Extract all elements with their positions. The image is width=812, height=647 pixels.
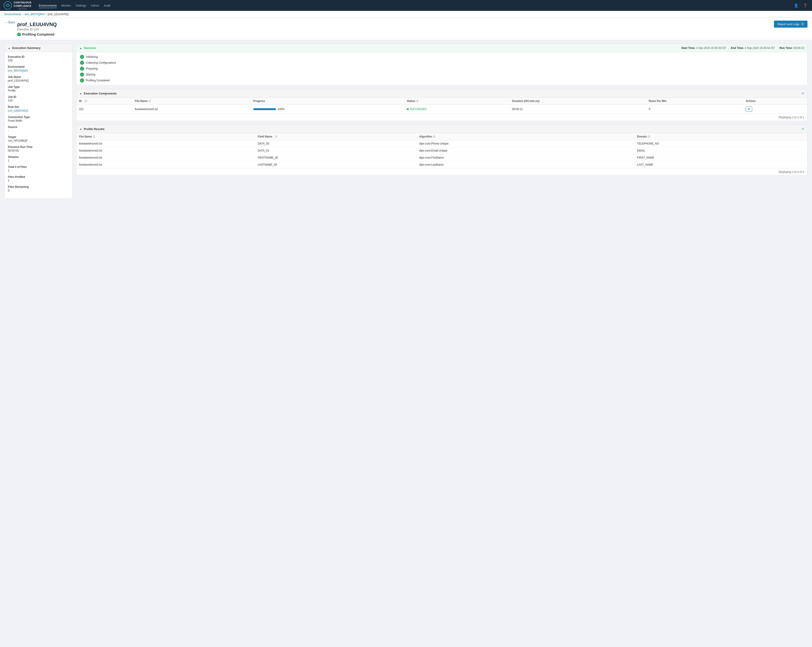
nav-admin[interactable]: Admin	[91, 3, 99, 8]
cell-domain: FIRST_NAME	[634, 154, 807, 161]
collapse-icon[interactable]: ▲	[8, 47, 11, 49]
execution-summary-title: Execution Summary	[12, 46, 41, 50]
cell-field-name: FIRSTNAME_00	[255, 154, 417, 161]
table-row: fixedwwehsme0.txt DATA_00 dlpx-core:Phon…	[76, 140, 807, 147]
time-info: Start Time: 4 Sep 2024 16:45:30 IST End …	[681, 46, 804, 50]
nav-audit[interactable]: Audit	[104, 3, 111, 8]
profile-results-footer: Displaying 1 to 4 of 4	[76, 168, 807, 175]
filter-icon[interactable]: ☰	[275, 135, 278, 138]
profile-results-title: Profile Results	[84, 127, 104, 131]
breadcrumb-current: prof_LEUU4VNQ	[48, 13, 69, 16]
field-total-files: Total # of Files 1	[8, 165, 69, 172]
logo-text-line1: CONTINUOUS	[14, 1, 32, 4]
expand-icon[interactable]: ↗	[801, 92, 804, 95]
rule-set-link[interactable]: con_AZ6NYM1S	[8, 109, 28, 112]
cell-field-name: LASTNAME_00	[255, 161, 417, 168]
top-navigation: CONTINUOUS COMPLIANCE 26.0.0.0 Environme…	[0, 0, 812, 11]
field-files-remaining: Files Remaining 0	[8, 185, 69, 192]
cell-algorithm: dlpx-core:FirstName	[417, 154, 634, 161]
field-job-name: Job Name prof_LEUU4VNQ	[8, 75, 69, 82]
execution-components-panel: ▲ Execution Components ↗ ID ↕ ☰	[76, 89, 807, 121]
execution-summary-panel: ▲ Execution Summary Execution ID 229 Env…	[5, 44, 72, 199]
col-field-name: Field Name ↑ ☰	[255, 133, 417, 140]
nav-monitor[interactable]: Monitor	[61, 3, 71, 8]
nav-links: Environments Monitor Settings Admin Audi…	[39, 3, 110, 8]
filter-icon[interactable]: ☰	[416, 100, 418, 102]
profile-results-panel: ▲ Profile Results ↗ File Name ☰	[76, 125, 807, 175]
filter-icon[interactable]: ☰	[648, 135, 650, 138]
step-collecting: ✓ Collecting Configurations	[80, 61, 804, 65]
progress-bar-fill	[253, 108, 276, 110]
cell-file-name: fixedwwehsme0.txt	[76, 161, 255, 168]
cell-file-name: fixedwwehsme0.txt	[76, 140, 255, 147]
field-target: Target con_HP128BQF	[8, 136, 69, 142]
profile-collapse-icon[interactable]: ▲	[79, 128, 82, 130]
page-title: prof_LEUU4VNQ	[17, 21, 57, 27]
app-version: 26.0.0.0	[14, 8, 32, 10]
success-title: Success	[84, 46, 96, 50]
col-file-name: File Name ☰	[76, 133, 255, 140]
status-dot	[407, 108, 409, 110]
breadcrumb-env[interactable]: env_I8N7HQW4	[24, 13, 44, 16]
table-row: 421 fixedwwehsme0.txt 100%	[76, 105, 807, 114]
execution-components-header: ▲ Execution Components ↗	[76, 89, 807, 98]
nav-right-icons: 👤 ❓	[793, 3, 808, 9]
svg-point-0	[4, 2, 12, 9]
cell-actions: 👁	[743, 105, 807, 114]
help-icon[interactable]: ❓	[802, 3, 808, 9]
status-icon: ✓	[17, 33, 21, 36]
execution-components-title: Execution Components	[84, 92, 117, 95]
filter-icon[interactable]: ☰	[93, 135, 95, 138]
step-check-icon: ✓	[80, 61, 84, 65]
profile-expand-icon[interactable]: ↗	[801, 127, 804, 131]
user-icon[interactable]: 👤	[793, 3, 799, 9]
success-collapse-icon[interactable]: ▲	[79, 47, 82, 49]
logo: CONTINUOUS COMPLIANCE 26.0.0.0	[4, 1, 32, 10]
cell-field-name: DATA_00	[255, 140, 417, 147]
report-logs-button[interactable]: Report and Logs ☰	[774, 21, 807, 27]
nav-settings[interactable]: Settings	[76, 3, 86, 8]
cell-file-name: fixedwwehsme0.txt	[76, 147, 255, 154]
field-job-id: Job ID 219	[8, 95, 69, 102]
col-duration: Duration (HH:mm:ss)	[509, 98, 646, 105]
step-initializing: ✓ Initializing	[80, 55, 804, 59]
profile-results-header: ▲ Profile Results ↗	[76, 125, 807, 133]
back-button[interactable]: ← Back	[5, 21, 15, 24]
col-rows-per-min: Rows Per Min	[646, 98, 743, 105]
logo-icon	[4, 2, 12, 9]
step-check-icon: ✓	[80, 72, 84, 76]
col-actions: Actions	[743, 98, 807, 105]
environment-link[interactable]: env_I8N7HQW4	[8, 69, 27, 72]
field-source: Source -	[8, 125, 69, 132]
field-execution-id: Execution ID 229	[8, 55, 69, 62]
step-profiling-completed: ✓ Profiling Completed	[80, 78, 804, 82]
cell-field-name: DATA_01	[255, 147, 417, 154]
cell-algorithm: dlpx-core:Phone Unique	[417, 140, 634, 147]
execution-summary-body: Execution ID 229 Environment env_I8N7HQW…	[5, 52, 72, 198]
progress-bar-bg	[253, 108, 276, 110]
sort-icon[interactable]: ↕	[83, 100, 84, 102]
sort-asc-icon[interactable]: ↑	[273, 136, 274, 138]
cell-algorithm: dlpx-core:Email Unique	[417, 147, 634, 154]
main-content: ▲ Execution Summary Execution ID 229 Env…	[0, 40, 812, 202]
cell-file-name: fixedwwehsme0.txt	[132, 105, 250, 114]
exec-collapse-icon[interactable]: ▲	[79, 92, 82, 95]
cell-id: 421	[76, 105, 132, 114]
right-panels: ▲ Success Start Time: 4 Sep 2024 16:45:3…	[76, 44, 807, 199]
nav-environments[interactable]: Environments	[39, 3, 56, 8]
cell-file-name: fixedwwehsme0.txt	[76, 154, 255, 161]
execution-components-footer: Displaying 1 to 1 of 1	[76, 114, 807, 121]
cell-domain: EMAIL	[634, 147, 807, 154]
field-environment: Environment env_I8N7HQW4	[8, 65, 69, 72]
cell-rows-per-min: 0	[646, 105, 743, 114]
field-job-type: Job Type Profile	[8, 85, 69, 92]
filter-icon[interactable]: ☰	[149, 100, 151, 102]
filter-icon[interactable]: ☰	[85, 100, 87, 102]
breadcrumb-environments[interactable]: Environments	[5, 13, 21, 16]
execution-id: Execution ID: 229	[17, 28, 57, 31]
success-header: ▲ Success Start Time: 4 Sep 2024 16:45:3…	[76, 44, 807, 52]
filter-icon[interactable]: ☰	[433, 135, 435, 138]
table-row: fixedwwehsme0.txt FIRSTNAME_00 dlpx-core…	[76, 154, 807, 161]
col-id: ID ↕ ☰	[76, 98, 132, 105]
view-action-button[interactable]: 👁	[746, 107, 752, 112]
